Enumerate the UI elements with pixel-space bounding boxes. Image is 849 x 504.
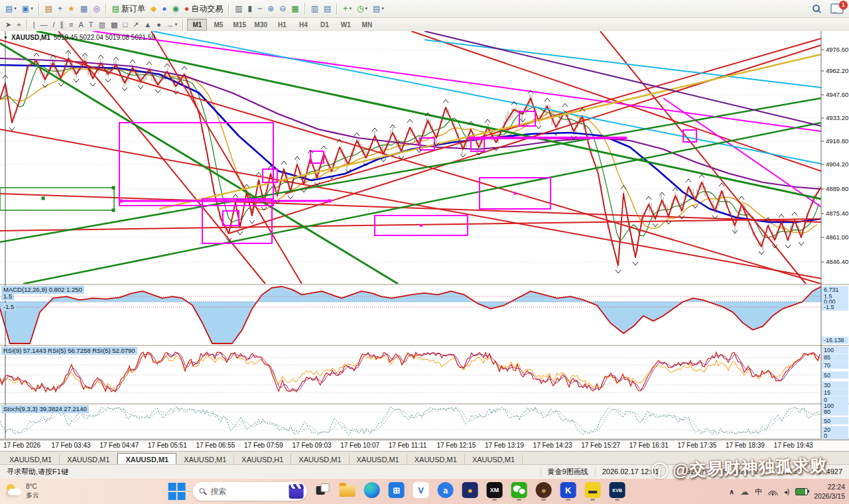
onedrive-cloud-icon[interactable]: ☁ [740,487,749,497]
periods-button[interactable]: ◷▾ [355,2,369,15]
triangle-button[interactable]: ▲ [142,19,153,31]
alerts-button[interactable]: ◉ [170,2,181,15]
file-explorer-icon[interactable] [339,482,356,501]
start-button[interactable] [168,483,186,500]
trend-line-button[interactable]: / [51,19,57,31]
community-button[interactable]: ● [160,2,168,15]
quark-glyph: a [438,482,454,498]
wechat-icon[interactable] [511,482,528,501]
arrows-more-button[interactable]: →▾ [164,19,180,31]
text-label-button[interactable]: T [87,19,96,31]
line-chart-button[interactable]: ~ [255,2,264,15]
chart-tab-1[interactable]: XAUUSD,M1 [60,454,117,464]
indicators-button[interactable]: +▾ [341,2,354,15]
timeframe-d1[interactable]: D1 [314,19,334,31]
finance-app-icon[interactable]: ● [462,482,479,501]
navigator-button[interactable]: ★ [66,2,77,15]
timeframe-m15[interactable]: M15 [229,19,249,31]
zoom-in-button[interactable]: ⊕ [265,2,276,15]
wifi-icon[interactable] [768,488,778,495]
time-tick-label: 17 Feb 14:23 [533,442,572,449]
timeframe-m5[interactable]: M5 [208,19,228,31]
quark-icon[interactable]: a [437,482,454,501]
volume-icon[interactable]: ◂) [784,488,789,495]
vertical-line-button[interactable]: | [31,19,37,31]
chart-tab-5[interactable]: XAUUSD,M1 [291,454,349,464]
time-tick-label: 17 Feb 19:43 [774,442,813,449]
search-highlight-icon[interactable] [289,484,304,499]
timeframe-h1[interactable]: H1 [272,19,292,31]
crosshair-button[interactable]: + [15,19,23,31]
data-window-button[interactable]: + [56,2,64,15]
time-axis[interactable]: 17 Feb 202617 Feb 03:4317 Feb 04:4717 Fe… [0,440,849,452]
svg-text:-16.138: -16.138 [824,337,844,344]
equidistant-channel-button[interactable]: ∥ [58,19,66,31]
bar-chart-button[interactable]: ▥ [233,2,244,15]
rectangle-button[interactable]: □ [121,19,129,31]
yellow-app-icon[interactable]: ▬ [584,482,602,501]
battery-icon[interactable] [795,488,808,495]
market-watch-button[interactable]: ▤ [43,2,54,15]
chart-tab-6[interactable]: XAUUSD,M1 [350,454,407,464]
kvb-icon[interactable]: KVB [609,482,626,501]
metaeditor-button[interactable]: ◆ [149,2,159,15]
ime-indicator[interactable]: 中 [755,487,762,497]
v-app-icon[interactable]: V [413,482,430,501]
cat-app-icon[interactable]: ● [535,482,553,501]
strategy-tester-button[interactable]: ◎ [91,2,101,15]
k-app-icon[interactable]: K [560,482,577,501]
chart-tab-0[interactable]: XAUUSD,M1 [2,454,60,464]
symbol-dropdown-icon[interactable]: ▼ [3,35,8,40]
templates-caret-icon: ▾ [381,6,384,11]
tray-clock[interactable]: 22:24 2026/3/15 [814,482,845,501]
templates-button[interactable]: ▤▾ [371,2,386,15]
xm-app-icon[interactable]: XM [486,482,503,501]
timeframe-m30[interactable]: M30 [251,19,271,31]
equidistant-channel-icon: ∥ [60,21,64,29]
time-tick-label: 17 Feb 06:55 [196,442,235,449]
taskbar-weather[interactable]: 8°C 多云 [5,482,39,499]
search-icon[interactable] [812,4,821,13]
pattern-fill-button[interactable]: ▩ [109,19,119,31]
svg-text:15: 15 [824,389,830,396]
chat-icon[interactable]: 1 [830,3,844,14]
chart-tab-2[interactable]: XAUUSD,M1 [117,453,176,464]
arrange-horizontal-button[interactable]: ▥ [309,2,320,15]
timeframe-m1[interactable]: M1 [187,19,207,31]
taskbar-search[interactable]: 搜索 [193,482,307,501]
new-chart-button[interactable]: ▤▾ [3,2,19,15]
text-button[interactable]: A [77,19,86,31]
time-tick-label: 17 Feb 04:47 [99,442,139,449]
chart-tab-3[interactable]: XAUUSD,M1 [176,454,234,464]
terminal-button[interactable]: ▦ [78,2,90,15]
timeframe-w1[interactable]: W1 [336,19,356,31]
grid-fill-button[interactable]: ▥ [97,19,107,31]
horizontal-line-button[interactable]: — [38,19,50,31]
timeframe-mn[interactable]: MN [357,19,377,31]
profiles-button[interactable]: ▣▾ [20,2,35,15]
status-bar: 寻求帮助,请按F1键 黄金9图画线 2026.02.17 12:01 O: 49… [0,464,849,479]
tray-chevron-icon[interactable]: ∧ [730,488,734,495]
chart-tab-8[interactable]: XAUUSD,M1 [465,454,523,464]
arrow-line-button[interactable]: ↗ [131,19,141,31]
chart-window[interactable]: 4976.604962.204947.604933.204918.804904.… [0,31,849,440]
zoom-out-button[interactable]: ⊖ [277,2,288,15]
new-order-button[interactable]: ▤新订单 [110,2,147,15]
arrange-vertical-button[interactable]: ▤ [322,2,333,15]
candle-chart-button[interactable]: ▮ [246,2,255,15]
chart-tab-7[interactable]: XAUUSD,M1 [407,454,465,464]
ellipse-button[interactable]: ● [155,19,163,31]
fibonacci-button[interactable]: ≡ [67,19,75,31]
timeframe-h4[interactable]: H4 [293,19,313,31]
svg-text:4933.20: 4933.20 [826,114,848,121]
stoch-label: Stoch(9,3,3) 39.3824 27.2140 [1,405,89,413]
chart-tab-4[interactable]: XAUUSD,H1 [234,454,291,464]
task-view-icon[interactable] [314,482,332,501]
store-icon[interactable]: ⊞ [388,482,405,501]
tile-windows-button[interactable]: ▦ [289,2,300,15]
edge-icon[interactable] [363,482,381,501]
tray-date: 2026/3/15 [814,492,845,500]
chart-canvas[interactable]: 4976.604962.204947.604933.204918.804904.… [0,31,849,440]
autotrading-button[interactable]: ●自动交易 [182,2,225,15]
cursor-button[interactable]: ➤ [3,19,13,31]
